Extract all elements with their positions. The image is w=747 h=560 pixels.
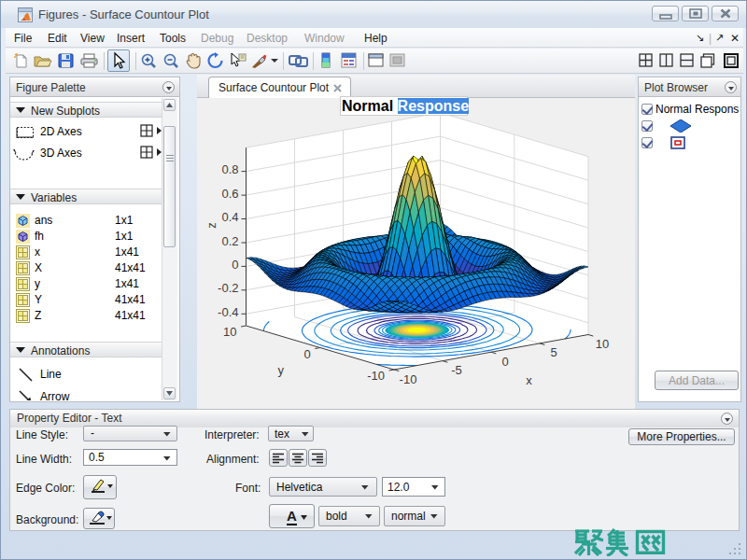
svg-text:0: 0 [232,258,238,272]
svg-text:-10: -10 [367,369,385,383]
svg-text:0: 0 [501,355,508,369]
svg-text:0.8: 0.8 [221,162,238,176]
svg-text:0.2: 0.2 [221,234,238,248]
svg-text:y: y [278,363,285,377]
svg-text:0.4: 0.4 [221,210,238,224]
svg-text:-10: -10 [400,372,417,386]
svg-text:-0.2: -0.2 [218,281,238,295]
svg-text:5: 5 [550,345,557,359]
svg-text:0: 0 [304,347,311,361]
svg-text:10: 10 [596,337,609,351]
svg-text:x: x [526,373,532,387]
svg-text:10: 10 [223,325,236,339]
svg-text:0.6: 0.6 [221,187,238,201]
svg-text:z: z [204,222,218,229]
svg-text:-0.4: -0.4 [218,305,238,319]
svg-text:-5: -5 [451,363,462,377]
